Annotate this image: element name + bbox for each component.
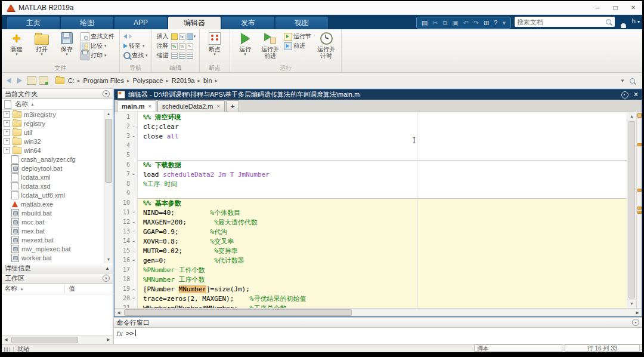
code-editor[interactable]: I 1%% 清空环境2-clc;clear3-close all456%% 下载… bbox=[114, 112, 642, 308]
maximize-button[interactable]: □ bbox=[606, 1, 624, 14]
copy-icon[interactable]: ⧉ bbox=[442, 19, 447, 27]
document-indicator-strip[interactable] bbox=[636, 112, 642, 308]
file-row[interactable]: matlab.exe bbox=[2, 199, 104, 208]
button-断点[interactable]: 断点▾ bbox=[203, 32, 227, 56]
button-运行并计时[interactable]: 运行并 计时 bbox=[314, 32, 338, 59]
panel-menu-icon[interactable] bbox=[632, 319, 639, 326]
file-row[interactable]: worker.bat bbox=[2, 253, 104, 262]
workspace-hscrollbar[interactable]: ◀ ▶ bbox=[2, 335, 113, 344]
button-运行节[interactable]: 运行节 bbox=[284, 32, 312, 41]
folder-search-icon[interactable] bbox=[630, 78, 635, 84]
browse-folder-button[interactable] bbox=[39, 76, 48, 85]
button-转至[interactable]: 转至▾ bbox=[123, 41, 148, 51]
button-运行[interactable]: 运行▾ bbox=[233, 32, 257, 56]
button-新建[interactable]: 新建▾ bbox=[5, 32, 29, 56]
ind-icon[interactable] bbox=[187, 53, 193, 59]
editor-close-icon[interactable]: ✕ bbox=[633, 91, 639, 99]
scroll-left-icon[interactable]: ◀ bbox=[114, 309, 123, 316]
forward-button[interactable] bbox=[17, 78, 22, 84]
up-folder-button[interactable] bbox=[27, 76, 36, 85]
undo-icon[interactable]: ↶ bbox=[463, 19, 469, 27]
ind-icon[interactable] bbox=[179, 53, 185, 59]
doc-tab-scheduleData2.m[interactable]: scheduleData2.m× bbox=[157, 100, 225, 112]
scroll-up-icon[interactable]: ▲ bbox=[104, 110, 113, 118]
breadcrumb-item[interactable]: R2019a bbox=[172, 77, 195, 84]
file-row[interactable]: mex.bat bbox=[2, 226, 104, 235]
search-icon[interactable] bbox=[606, 19, 611, 24]
button-前进[interactable]: 前进 bbox=[284, 41, 312, 51]
minimize-button[interactable]: – bbox=[589, 1, 606, 14]
editor-menu-icon[interactable] bbox=[621, 91, 628, 99]
breadcrumb-item[interactable]: Program Files bbox=[83, 77, 124, 84]
button-查找文件[interactable]: 查找文件 bbox=[80, 32, 116, 41]
button-打印[interactable]: 打印▾ bbox=[80, 51, 116, 60]
button-缩进[interactable]: 缩进 bbox=[156, 51, 196, 60]
workspace-column-headers[interactable]: 名称 ▲ 值 bbox=[2, 284, 113, 294]
scrollbar-thumb[interactable] bbox=[11, 337, 78, 343]
command-window-header[interactable]: 命令行窗口 bbox=[114, 317, 642, 328]
file-row[interactable]: mw_mpiexec.bat bbox=[2, 244, 104, 253]
file-row[interactable]: mcc.bat bbox=[2, 217, 104, 226]
close-button[interactable]: × bbox=[624, 1, 642, 14]
file-row[interactable]: mexext.bat bbox=[2, 235, 104, 244]
tab-close-icon[interactable]: × bbox=[148, 101, 151, 112]
button-运行并前进[interactable]: 运行并 前进 bbox=[258, 32, 282, 59]
file-list-scrollbar[interactable]: ▲ ▼ bbox=[104, 110, 113, 263]
collapse-icon[interactable]: ▲ bbox=[105, 266, 110, 271]
menu-icon[interactable]: ▾ bbox=[502, 19, 506, 27]
file-row[interactable]: deploytool.bat bbox=[2, 164, 104, 173]
scroll-right-icon[interactable]: ▶ bbox=[104, 336, 113, 344]
new-tab-button[interactable]: + bbox=[226, 100, 239, 112]
file-row[interactable]: mbuild.bat bbox=[2, 208, 104, 217]
scroll-down-icon[interactable]: ▼ bbox=[627, 299, 636, 308]
panel-menu-icon[interactable] bbox=[103, 90, 110, 97]
ribbon-tab-APP[interactable]: APP bbox=[114, 17, 167, 29]
help-icon[interactable]: ? bbox=[494, 19, 497, 26]
expand-icon[interactable]: + bbox=[4, 129, 10, 136]
button-注释[interactable]: 注释%%✎ bbox=[156, 41, 196, 51]
button-nav-arrows[interactable] bbox=[123, 32, 148, 41]
details-header[interactable]: 详细信息 ▲ bbox=[2, 263, 113, 273]
doc-search-box[interactable] bbox=[515, 17, 615, 27]
back-button[interactable] bbox=[7, 78, 11, 84]
scroll-up-icon[interactable]: ▲ bbox=[627, 112, 636, 121]
breadcrumb-item[interactable]: C: bbox=[68, 77, 75, 84]
name-column-header[interactable]: 名称 ▲ bbox=[2, 99, 113, 110]
file-row[interactable]: lcdata_utf8.xml bbox=[2, 190, 104, 199]
file-row[interactable]: +m3iregistry bbox=[2, 110, 104, 119]
file-row[interactable]: lcdata.xsd bbox=[2, 181, 104, 190]
path-dropdown-icon[interactable]: ▼ bbox=[620, 78, 625, 84]
scroll-down-icon[interactable]: ▼ bbox=[104, 256, 113, 263]
notifications-bell-icon[interactable] bbox=[621, 19, 627, 24]
img-icon[interactable] bbox=[187, 33, 193, 40]
save-icon[interactable]: ▤ bbox=[422, 19, 428, 27]
editor-hscrollbar[interactable]: ◀ ▶ bbox=[114, 308, 642, 316]
paste-icon[interactable]: ▣ bbox=[452, 19, 458, 27]
ribbon-tab-发布[interactable]: 发布 bbox=[222, 17, 274, 29]
expand-icon[interactable]: + bbox=[4, 120, 10, 127]
file-row[interactable]: +registry bbox=[2, 119, 104, 128]
expand-icon[interactable]: + bbox=[4, 138, 10, 144]
search-input[interactable] bbox=[515, 19, 606, 26]
scrollbar-thumb[interactable] bbox=[105, 119, 112, 183]
fx-icon[interactable]: fx bbox=[179, 33, 185, 40]
ribbon-tab-视图[interactable]: 视图 bbox=[275, 17, 328, 29]
window-icon[interactable]: ⊞ bbox=[484, 19, 489, 27]
scroll-left-icon[interactable]: ◀ bbox=[2, 336, 10, 344]
scrollbar-thumb[interactable] bbox=[628, 121, 635, 298]
message-indicator[interactable] bbox=[637, 113, 642, 118]
cut-icon[interactable]: ✂ bbox=[432, 19, 438, 27]
doc-tab-main.m[interactable]: main.m× bbox=[117, 100, 156, 112]
button-查找[interactable]: 查找▾ bbox=[123, 51, 148, 60]
ind-icon[interactable] bbox=[171, 53, 178, 59]
redo-icon[interactable]: ↷ bbox=[473, 19, 479, 27]
file-row[interactable]: +win32 bbox=[2, 137, 104, 146]
pct-icon[interactable]: % bbox=[171, 43, 178, 50]
button-保存[interactable]: 保存▾ bbox=[55, 32, 79, 56]
breadcrumb-item[interactable]: bin bbox=[203, 77, 212, 84]
panel-menu-icon[interactable] bbox=[103, 275, 110, 282]
editor-vscrollbar[interactable]: ▲ ▼ bbox=[627, 112, 636, 308]
workspace-header[interactable]: 工作区 bbox=[2, 273, 113, 284]
file-row[interactable]: +win64 bbox=[2, 146, 104, 155]
expand-icon[interactable]: + bbox=[4, 111, 10, 118]
